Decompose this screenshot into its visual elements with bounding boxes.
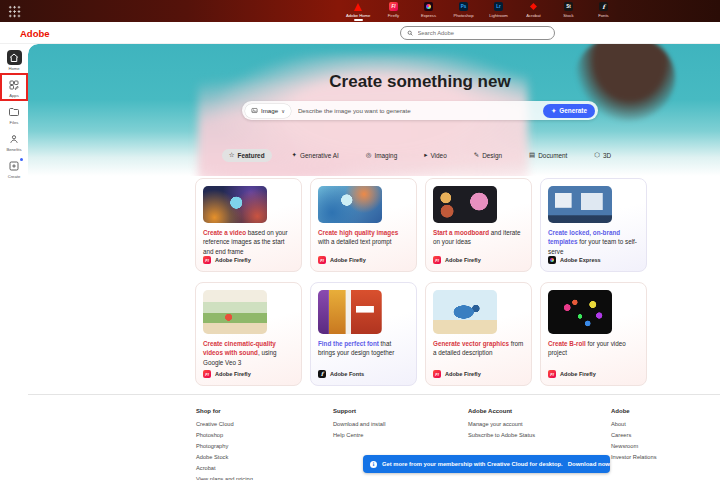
sidebar-item-home[interactable]: Home <box>2 48 26 72</box>
sidebar-item-label: Apps <box>9 93 19 98</box>
feature-card-grid: Create a video based on your reference i… <box>195 178 647 386</box>
footer-column-shop-for: Shop for Creative Cloud Photoshop Photog… <box>196 408 333 480</box>
topbar-app-label: Express <box>421 13 436 18</box>
brand-label: Adobe Firefly <box>445 371 481 377</box>
search-bar[interactable] <box>400 26 555 40</box>
card-create-video[interactable]: Create a video based on your reference i… <box>195 178 302 272</box>
firefly-icon: Fl <box>389 2 398 11</box>
tab-generative-ai[interactable]: ✦ Generative AI <box>285 149 346 162</box>
fonts-icon: f <box>599 2 608 11</box>
footer-link[interactable]: Acrobat <box>196 465 333 471</box>
footer-link[interactable]: Investor Relations <box>611 454 720 460</box>
footer-link[interactable]: About <box>611 421 720 427</box>
lightroom-icon: Lr <box>494 2 503 11</box>
document-icon: ▤ <box>529 152 535 159</box>
adobe-home-icon <box>354 2 363 11</box>
sidebar-item-label: Files <box>10 120 19 125</box>
card-brand: Fl Adobe Firefly <box>318 256 409 264</box>
topbar-app-firefly[interactable]: Fl Firefly <box>381 2 405 21</box>
acrobat-icon <box>529 2 538 11</box>
topbar-app-label: Stock <box>563 13 573 18</box>
mode-selector[interactable]: Image ∨ <box>245 104 291 118</box>
adobe-express-icon <box>548 256 556 264</box>
card-cinematic-videos[interactable]: Create cinematic-quality videos with sou… <box>195 282 302 386</box>
notification-dot <box>20 158 23 161</box>
brand-label: Adobe Firefly <box>445 257 481 263</box>
footer-link[interactable]: Careers <box>611 432 720 438</box>
stock-icon: St <box>564 2 573 11</box>
adobe-fonts-icon: f <box>318 370 326 378</box>
footer-link[interactable]: Creative Cloud <box>196 421 333 427</box>
adobe-firefly-icon: Fl <box>548 370 556 378</box>
info-icon: i <box>370 461 377 468</box>
apps-icon <box>7 77 22 92</box>
footer-link[interactable]: View plans and pricing <box>196 476 333 480</box>
tab-label: 3D <box>603 152 611 159</box>
tab-document[interactable]: ▤ Document <box>522 149 574 162</box>
footer-link[interactable]: Newsroom <box>611 443 720 449</box>
main-content: Create something new Image ∨ ✦ Generate <box>28 44 720 480</box>
card-brand-templates[interactable]: Create locked, on-brand templates for yo… <box>540 178 647 272</box>
close-icon[interactable]: ✕ <box>626 461 631 468</box>
card-description: Create B-roll for your video project <box>548 339 639 358</box>
adobe-logo[interactable]: Adobe <box>20 28 50 39</box>
brand-label: Adobe Firefly <box>330 257 366 263</box>
adobe-firefly-icon: Fl <box>318 256 326 264</box>
sidebar-item-files[interactable]: Files <box>2 102 26 126</box>
footer-link[interactable]: Photoshop <box>196 432 333 438</box>
topbar-app-lightroom[interactable]: Lr Lightroom <box>486 2 510 21</box>
card-thumbnail <box>203 290 267 334</box>
tab-label: Document <box>538 152 567 159</box>
sidebar-item-label: Create <box>8 174 21 179</box>
footer-link[interactable]: Help Centre <box>333 432 468 438</box>
card-thumbnail <box>318 290 382 334</box>
topbar-app-label: Photoshop <box>453 13 473 18</box>
site-header: Adobe <box>0 22 720 44</box>
card-brand: Fl Adobe Firefly <box>548 370 639 378</box>
card-perfect-font[interactable]: Find the perfect font that brings your d… <box>310 282 417 386</box>
topbar-app-fonts[interactable]: f Fonts <box>591 2 615 21</box>
tab-imaging[interactable]: ◎ Imaging <box>359 149 404 162</box>
sidebar-item-apps[interactable]: Apps <box>2 75 26 99</box>
generate-button[interactable]: ✦ Generate <box>543 104 595 118</box>
card-brand: Fl Adobe Firefly <box>203 370 294 378</box>
star-icon: ☆ <box>229 152 235 159</box>
topbar-app-acrobat[interactable]: Acrobat <box>521 2 545 21</box>
topbar-app-photoshop[interactable]: Ps Photoshop <box>451 2 475 21</box>
footer-link[interactable]: Adobe Stock <box>196 454 333 460</box>
download-now-button[interactable]: Download now <box>568 461 610 467</box>
prompt-input[interactable] <box>291 107 543 114</box>
card-vector-graphics[interactable]: Generate vector graphics from a detailed… <box>425 282 532 386</box>
sidebar-item-create[interactable]: Create <box>2 156 26 180</box>
footer-link[interactable]: Download and install <box>333 421 468 427</box>
adobe-home-page: Adobe Home Fl Firefly Express Ps Photosh… <box>0 0 720 480</box>
footer-link[interactable]: Subscribe to Adobe Status <box>468 432 611 438</box>
category-tabs: ☆ Featured ✦ Generative AI ◎ Imaging ▸ V… <box>74 149 720 162</box>
banner-message: Get more from your membership with Creat… <box>382 461 563 467</box>
sidebar-item-benefits[interactable]: Benefits <box>2 129 26 153</box>
footer-link[interactable]: Manage your account <box>468 421 611 427</box>
card-high-quality-images[interactable]: Create high quality images with a detail… <box>310 178 417 272</box>
app-launcher-icon[interactable] <box>8 5 21 18</box>
card-thumbnail <box>203 186 267 223</box>
tab-featured[interactable]: ☆ Featured <box>222 149 272 162</box>
topbar-app-adobe-home[interactable]: Adobe Home <box>346 2 370 21</box>
brand-label: Adobe Firefly <box>560 371 596 377</box>
search-input[interactable] <box>418 30 549 36</box>
topbar-app-express[interactable]: Express <box>416 2 440 21</box>
footer-link[interactable]: Photography <box>196 443 333 449</box>
topbar-app-shortcuts: Adobe Home Fl Firefly Express Ps Photosh… <box>346 2 615 21</box>
card-description: Create locked, on-brand templates for yo… <box>548 228 639 256</box>
adobe-firefly-icon: Fl <box>203 256 211 264</box>
card-brand: Adobe Express <box>548 256 639 264</box>
card-description: Start a moodboard and iterate on your id… <box>433 228 524 247</box>
card-thumbnail <box>433 186 497 223</box>
card-thumbnail <box>548 290 612 334</box>
topbar-app-stock[interactable]: St Stock <box>556 2 580 21</box>
card-b-roll[interactable]: Create B-roll for your video project Fl … <box>540 282 647 386</box>
tab-design[interactable]: ✎ Design <box>467 149 509 162</box>
tab-3d[interactable]: ⬡ 3D <box>587 149 618 162</box>
tab-video[interactable]: ▸ Video <box>417 149 454 162</box>
card-moodboard[interactable]: Start a moodboard and iterate on your id… <box>425 178 532 272</box>
brand-label: Adobe Fonts <box>330 371 364 377</box>
